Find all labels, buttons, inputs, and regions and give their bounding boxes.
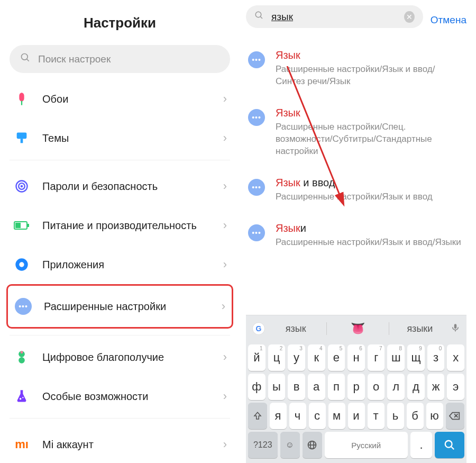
svg-point-15 [20, 398, 22, 400]
search-input[interactable] [271, 11, 397, 23]
key-б[interactable]: б [407, 403, 424, 429]
key-д[interactable]: д [407, 374, 425, 400]
cancel-button[interactable]: Отмена [431, 14, 466, 26]
svg-rect-3 [21, 139, 23, 143]
settings-item-label: Питание и производительность [42, 219, 197, 232]
key-а[interactable]: а [308, 374, 325, 400]
svg-line-28 [451, 447, 454, 450]
key-т[interactable]: т [368, 403, 385, 429]
globe-key[interactable] [303, 432, 322, 458]
key-ы[interactable]: ы [268, 374, 286, 400]
svg-point-17 [255, 12, 261, 17]
settings-item-advanced[interactable]: ••• Расширенные настройки › [8, 286, 232, 327]
settings-item-mi-account[interactable]: mı Mi аккаунт › [10, 425, 230, 456]
space-key[interactable]: Русский [325, 432, 408, 458]
key-у[interactable]: у3 [288, 344, 305, 371]
results-list[interactable]: Язык Расширенные настройки/Язык и ввод/С… [246, 42, 466, 315]
emoji-suggestion[interactable]: 👅 [332, 322, 383, 335]
search-results-panel: ✕ Отмена Язык Расширенные настройки/Язык… [240, 0, 476, 463]
search-result[interactable]: Языки Расширенные настройки/Язык и ввод/… [246, 215, 466, 260]
search-input-pill[interactable]: ✕ [246, 5, 423, 28]
settings-item-wallpaper[interactable]: Обои › [10, 79, 230, 119]
result-title: Язык [276, 49, 464, 61]
search-result[interactable]: Язык и ввод Расширенные настройки/Язык и… [246, 169, 466, 215]
search-result[interactable]: Язык Расширенные настройки/Спец. возможн… [246, 99, 466, 169]
key-ш[interactable]: ш8 [387, 344, 405, 371]
battery-icon [13, 216, 31, 234]
search-key[interactable] [435, 432, 464, 458]
key-с[interactable]: с [309, 403, 326, 429]
chevron-right-icon: › [223, 389, 227, 403]
clear-icon[interactable]: ✕ [404, 11, 415, 23]
divider [10, 335, 230, 335]
key-о[interactable]: о [368, 374, 385, 400]
fingerprint-icon [13, 177, 31, 195]
key-к[interactable]: к4 [308, 344, 325, 371]
key-ю[interactable]: ю [426, 403, 443, 429]
key-в[interactable]: в [288, 374, 305, 400]
search-header: ✕ Отмена [246, 5, 466, 34]
dots-icon [248, 179, 265, 196]
key-ь[interactable]: ь [387, 403, 404, 429]
key-м[interactable]: м [328, 403, 345, 429]
settings-item-security[interactable]: Пароли и безопасность › [10, 167, 230, 206]
gear-icon [13, 256, 31, 274]
settings-item-label: Приложения [42, 258, 104, 271]
svg-line-1 [27, 59, 29, 61]
search-icon [254, 11, 264, 23]
settings-item-label: Расширенные настройки [44, 300, 166, 313]
spacer [10, 421, 230, 425]
on-screen-keyboard: G язык 👅 языки й1ц2у3к4е5н6г7ш8щ9з0х фыв… [246, 315, 466, 463]
search-bar[interactable]: Поиск настроек [10, 45, 230, 73]
search-icon [20, 52, 31, 66]
divider [10, 418, 230, 419]
chevron-right-icon: › [223, 350, 227, 364]
key-э[interactable]: э [447, 374, 464, 400]
svg-point-14 [21, 351, 23, 353]
key-х[interactable]: х [447, 344, 464, 371]
result-title: Языки [276, 222, 461, 234]
result-path: Расширенные настройки/Язык и ввод/Языки [276, 237, 461, 249]
key-з[interactable]: з0 [427, 344, 445, 371]
period-key[interactable]: . [410, 432, 433, 458]
spacer [10, 329, 230, 333]
key-г[interactable]: г7 [368, 344, 385, 371]
settings-item-battery[interactable]: Питание и производительность › [10, 206, 230, 245]
search-placeholder: Поиск настроек [38, 53, 111, 65]
key-и[interactable]: и [348, 403, 365, 429]
key-щ[interactable]: щ9 [407, 344, 425, 371]
google-icon[interactable]: G [252, 322, 265, 335]
emoji-key[interactable]: ☺ [280, 432, 300, 458]
settings-panel: Настройки Поиск настроек Обои › Темы › П… [0, 0, 240, 463]
backspace-key[interactable] [446, 403, 465, 429]
svg-line-18 [260, 16, 262, 19]
keyboard-suggestion[interactable]: язык [270, 323, 321, 334]
key-п[interactable]: п [328, 374, 345, 400]
key-ч[interactable]: ч [289, 403, 306, 429]
key-р[interactable]: р [347, 374, 365, 400]
mic-icon[interactable] [451, 323, 460, 335]
keyboard-suggestion[interactable]: языки [395, 323, 445, 334]
settings-item-wellbeing[interactable]: Цифровое благополучие › [10, 338, 230, 377]
result-path: Расширенные настройки/Спец. возможности/… [276, 121, 464, 158]
key-е[interactable]: е5 [328, 344, 345, 371]
key-й[interactable]: й1 [248, 344, 266, 371]
key-л[interactable]: л [387, 374, 405, 400]
key-ж[interactable]: ж [427, 374, 445, 400]
key-ф[interactable]: ф [248, 374, 266, 400]
key-ц[interactable]: ц2 [268, 344, 286, 371]
svg-rect-8 [15, 223, 21, 228]
dots-icon [248, 224, 265, 241]
settings-item-accessibility[interactable]: Особые возможности › [10, 377, 230, 416]
key-н[interactable]: н6 [347, 344, 365, 371]
key-я[interactable]: я [270, 403, 287, 429]
keyboard-row: фывапролджэ [248, 374, 464, 400]
settings-item-label: Цифровое благополучие [42, 351, 164, 364]
keyboard-row: ?123 ☺ Русский . [248, 432, 464, 458]
settings-item-apps[interactable]: Приложения › [10, 245, 230, 284]
svg-point-16 [22, 397, 23, 398]
shift-key[interactable] [248, 403, 267, 429]
settings-item-themes[interactable]: Темы › [10, 119, 230, 158]
search-result[interactable]: Язык Расширенные настройки/Язык и ввод/С… [246, 42, 466, 99]
symbols-key[interactable]: ?123 [248, 432, 278, 458]
